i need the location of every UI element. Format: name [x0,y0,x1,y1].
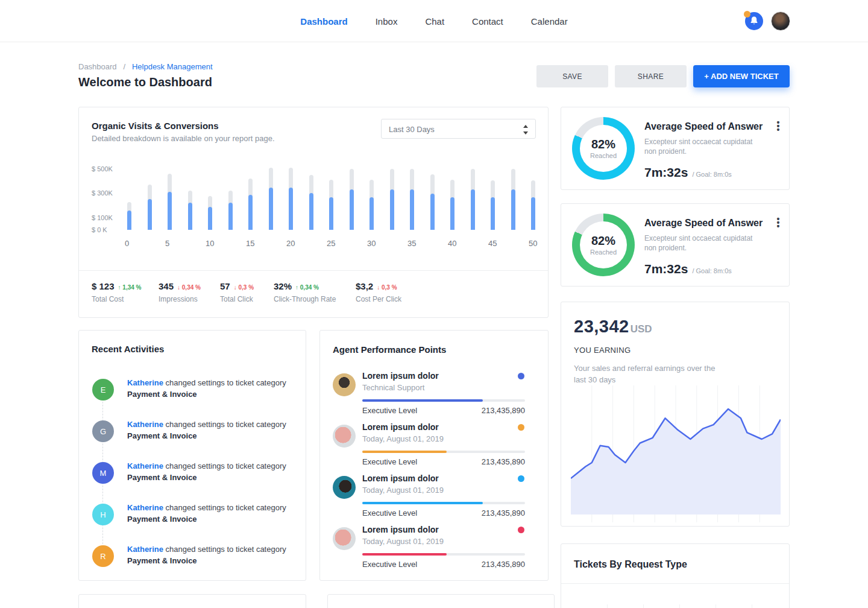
status-dot [518,527,524,533]
activity-item: EKatherine changed settings to ticket ca… [79,379,306,407]
progress-track [362,502,525,504]
bar-visits [471,189,475,230]
activity-category: Payment & Invoice [127,515,197,524]
speed-card-desc: Excepteur sint occaecat cupidatat non pr… [644,137,765,156]
bar-visits [410,189,414,230]
tickets-by-request-card: Tickets By Request Type [561,543,790,608]
donut-percent: 82% [591,234,615,248]
activity-actor[interactable]: Katherine [127,545,163,554]
progress-track [362,553,525,556]
agent-row: Lorem ipsum dolorToday, August 01, 2019E… [320,522,548,573]
recent-activities-title: Recent Activities [92,344,164,354]
bar-visits [511,189,515,230]
x-axis-label: 35 [407,239,416,248]
agent-performance-card: Agent Performance Points Lorem ipsum dol… [319,330,549,581]
agent-meta: Executive Level213,435,890 [362,560,525,569]
activity-actor[interactable]: Katherine [127,461,163,470]
stat-top: 57↓ 0,3 % [220,281,274,291]
agent-name: Lorem ipsum dolor [362,422,439,432]
activity-category: Payment & Invoice [127,390,197,399]
x-axis-label: 25 [327,239,335,248]
organic-card-title: Organic Visits & Conversions [92,121,219,131]
bar-visits [188,203,192,230]
stat-impressions: 345↓ 0,34 %Impressions [159,281,220,303]
kebab-menu-icon[interactable]: ••• [773,217,783,228]
spinner-arrows-icon [523,125,528,135]
avg-speed-card-1: 82% Reached Average Speed of Answer ••• … [561,107,790,190]
arrow-down-icon: ↓ 0,3 % [377,284,397,291]
agent-level-label: Executive Level [362,406,417,415]
donut-chart: 82% Reached [572,117,635,180]
breadcrumb-root[interactable]: Dashboard [78,62,117,71]
period-select-value: Last 30 Days [389,125,435,134]
nav-item-inbox[interactable]: Inbox [376,16,398,27]
top-navigation-bar: DashboardInboxChatContactCalendar [0,0,868,42]
nav-item-calendar[interactable]: Calendar [531,16,568,27]
user-avatar[interactable] [771,11,790,31]
agent-row: Lorem ipsum dolorTechnical SupportExecut… [320,368,548,419]
agent-level-label: Executive Level [362,560,417,569]
bell-icon [749,16,759,26]
stat-label: Cost Per Click [356,295,428,303]
period-select[interactable]: Last 30 Days [381,119,536,139]
bar-visits [531,197,535,230]
activity-avatar: M [92,462,114,484]
earnings-label: YOU EARNING [574,346,631,355]
bar-visits [390,189,394,230]
activity-text: Katherine changed settings to ticket cat… [127,377,286,400]
bar-visits [491,197,495,230]
breadcrumb-current[interactable]: Helpdesk Management [132,62,213,71]
bar-visits [430,194,435,230]
agent-points: 213,435,890 [482,457,525,466]
agent-meta: Executive Level213,435,890 [362,508,525,518]
notifications-button[interactable] [745,12,763,30]
bar-visits [309,193,313,230]
agent-points: 213,435,890 [482,406,525,415]
activity-actor[interactable]: Katherine [127,503,163,512]
nav-item-dashboard[interactable]: Dashboard [300,16,347,27]
main-nav: DashboardInboxChatContactCalendar [300,0,567,42]
donut-reached-label: Reached [590,152,617,159]
progress-fill [362,553,447,556]
add-new-ticket-button[interactable]: + ADD NEW TICKET [693,65,790,87]
progress-fill [362,502,483,504]
speed-goal: / Goal: 8m:0s [692,171,731,178]
bar-visits [168,192,172,230]
activity-item: HKatherine changed settings to ticket ca… [79,504,306,531]
tickets-title: Tickets By Request Type [574,559,687,570]
bar-visits [289,188,293,230]
bar-visits [127,211,131,230]
activity-avatar: E [92,379,114,401]
nav-item-chat[interactable]: Chat [425,16,444,27]
stat-top: 345↓ 0,34 % [159,281,220,291]
stat-value: 345 [159,281,174,291]
bar-visits [228,203,233,230]
agent-subtitle: Today, August 01, 2019 [362,537,444,546]
speed-card-title: Average Speed of Answer [644,121,763,132]
tickets-chart-gridlines [571,604,781,608]
activity-category: Payment & Invoice [127,473,197,482]
recent-activities-card: Recent Activities EKatherine changed set… [78,330,306,581]
agent-avatar [333,476,356,499]
bar-visits [329,197,333,230]
save-button[interactable]: SAVE [536,65,608,87]
bar-visits [350,189,354,230]
progress-fill [362,399,483,402]
agent-meta: Executive Level213,435,890 [362,457,525,466]
agent-avatar [333,425,356,448]
donut-percent: 82% [591,138,615,151]
stat-value: $ 123 [92,281,115,291]
kebab-menu-icon[interactable]: ••• [773,121,783,131]
avg-speed-card-2: 82% Reached Average Speed of Answer ••• … [561,203,790,287]
stat-top: $3,2↓ 0,3 % [356,281,428,291]
share-button[interactable]: SHARE [615,65,687,87]
activity-actor[interactable]: Katherine [127,420,163,429]
nav-item-contact[interactable]: Contact [472,16,503,27]
below-fold-card [78,594,306,608]
bar-visits [370,197,374,230]
speed-card-title: Average Speed of Answer [644,218,763,229]
donut-chart: 82% Reached [572,214,635,276]
stat-top: 32%↑ 0,34 % [274,281,356,291]
activity-actor[interactable]: Katherine [127,378,163,387]
agent-name: Lorem ipsum dolor [362,371,439,381]
